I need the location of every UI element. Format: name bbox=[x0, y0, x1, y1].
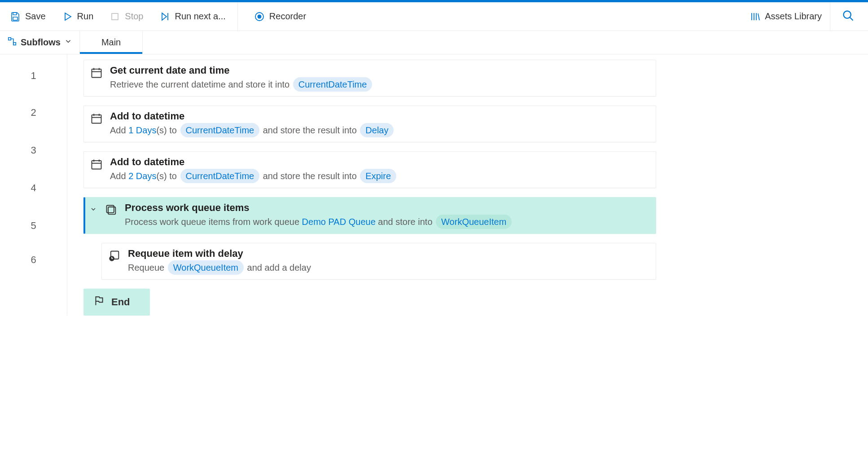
run-button[interactable]: Run bbox=[54, 2, 102, 31]
variable-pill[interactable]: Expire bbox=[360, 169, 396, 183]
step-desc-text: (s) to bbox=[156, 125, 179, 135]
step-desc-text: (s) to bbox=[156, 171, 179, 181]
svg-rect-0 bbox=[13, 13, 17, 15]
play-icon bbox=[62, 11, 73, 22]
recorder-button[interactable]: Recorder bbox=[246, 2, 314, 31]
line-number: 4 bbox=[0, 169, 67, 207]
inline-value: 1 Days bbox=[128, 125, 156, 135]
toolbar-search-region bbox=[830, 2, 866, 31]
variable-pill[interactable]: WorkQueueItem bbox=[436, 215, 512, 229]
tab-main[interactable]: Main bbox=[80, 31, 143, 54]
flow-step-end[interactable]: End bbox=[83, 289, 150, 316]
record-icon bbox=[254, 11, 265, 22]
step-body: Requeue item with delay Requeue WorkQueu… bbox=[128, 248, 649, 275]
subflows-dropdown[interactable]: Subflows bbox=[0, 31, 80, 54]
step-body: Process work queue items Process work qu… bbox=[125, 202, 649, 229]
svg-line-11 bbox=[850, 18, 853, 21]
step-desc-text: Add bbox=[110, 125, 128, 135]
svg-line-9 bbox=[758, 13, 759, 20]
toolbar: Save Run Stop Run next a... Recorder bbox=[0, 2, 868, 31]
stop-icon bbox=[110, 11, 120, 22]
stop-label: Stop bbox=[125, 11, 143, 22]
flow-step[interactable]: Add to datetime Add 1 Days(s) to Current… bbox=[83, 105, 656, 142]
assets-library-button[interactable]: Assets Library bbox=[741, 2, 830, 31]
queue-icon bbox=[105, 202, 118, 218]
flow-step-nested[interactable]: Requeue item with delay Requeue WorkQueu… bbox=[101, 243, 656, 280]
step-over-icon bbox=[159, 11, 170, 22]
step-desc-text: Add bbox=[110, 171, 128, 181]
svg-rect-2 bbox=[112, 13, 118, 20]
svg-rect-25 bbox=[92, 161, 101, 169]
svg-rect-1 bbox=[13, 17, 18, 20]
inline-value: 2 Days bbox=[128, 171, 156, 181]
subflow-bar: Subflows Main bbox=[0, 31, 868, 54]
variable-pill[interactable]: CurrentDateTime bbox=[180, 123, 260, 137]
step-desc-text: Retrieve the current datetime and store … bbox=[110, 79, 292, 89]
subflows-label: Subflows bbox=[21, 37, 61, 48]
save-icon bbox=[10, 11, 21, 22]
step-desc-text: Process work queue items from work queue bbox=[125, 217, 302, 227]
step-description: Add 2 Days(s) to CurrentDateTime and sto… bbox=[110, 169, 649, 183]
step-desc-text: and store the result into bbox=[263, 171, 359, 181]
search-button[interactable] bbox=[836, 5, 861, 28]
step-description: Requeue WorkQueueItem and add a delay bbox=[128, 260, 649, 275]
step-title: Requeue item with delay bbox=[128, 248, 649, 259]
line-number: 6 bbox=[0, 245, 67, 275]
step-title: Add to datetime bbox=[110, 156, 649, 168]
library-icon bbox=[750, 11, 760, 22]
svg-rect-12 bbox=[9, 38, 11, 40]
variable-pill[interactable]: CurrentDateTime bbox=[293, 77, 373, 92]
chevron-down-icon bbox=[64, 37, 72, 48]
step-title: Get current date and time bbox=[110, 65, 649, 76]
steps-column: Get current date and time Retrieve the c… bbox=[67, 54, 669, 316]
run-next-label: Run next a... bbox=[175, 11, 225, 22]
requeue-icon bbox=[108, 248, 121, 264]
step-desc-text: and store into bbox=[376, 217, 435, 227]
toolbar-right-group: Assets Library bbox=[741, 2, 866, 31]
save-label: Save bbox=[25, 11, 46, 22]
line-number: 3 bbox=[0, 132, 67, 169]
flow-area: 1 2 3 4 5 6 Get current date and time Re… bbox=[0, 54, 868, 316]
run-next-button[interactable]: Run next a... bbox=[151, 2, 233, 31]
search-icon bbox=[842, 16, 855, 23]
step-description: Process work queue items from work queue… bbox=[125, 215, 649, 229]
calendar-icon bbox=[90, 156, 103, 172]
subflows-icon bbox=[7, 36, 17, 48]
svg-rect-13 bbox=[13, 43, 16, 45]
collapse-toggle[interactable] bbox=[90, 202, 98, 213]
step-desc-text: and store the result into bbox=[263, 125, 359, 135]
svg-rect-29 bbox=[108, 207, 115, 214]
variable-pill[interactable]: Delay bbox=[360, 123, 394, 137]
flow-step[interactable]: Add to datetime Add 2 Days(s) to Current… bbox=[83, 151, 656, 188]
variable-pill[interactable]: CurrentDateTime bbox=[180, 169, 260, 183]
recorder-label: Recorder bbox=[269, 11, 306, 22]
flow-step-selected[interactable]: Process work queue items Process work qu… bbox=[83, 197, 656, 234]
step-description: Retrieve the current datetime and store … bbox=[110, 77, 649, 92]
line-number: 2 bbox=[0, 94, 67, 132]
tab-main-label: Main bbox=[101, 37, 121, 48]
line-number: 1 bbox=[0, 58, 67, 94]
line-number: 5 bbox=[0, 207, 67, 245]
stop-button: Stop bbox=[101, 2, 151, 31]
run-label: Run bbox=[77, 11, 94, 22]
variable-pill[interactable]: WorkQueueItem bbox=[168, 260, 244, 275]
flag-icon bbox=[93, 295, 105, 309]
step-desc-text: and add a delay bbox=[247, 263, 311, 272]
step-description: Add 1 Days(s) to CurrentDateTime and sto… bbox=[110, 123, 649, 137]
svg-point-10 bbox=[844, 11, 851, 18]
step-body: Add to datetime Add 2 Days(s) to Current… bbox=[110, 156, 649, 183]
flow-step[interactable]: Get current date and time Retrieve the c… bbox=[83, 60, 656, 97]
end-label: End bbox=[111, 296, 130, 308]
save-button[interactable]: Save bbox=[2, 2, 54, 31]
step-body: Get current date and time Retrieve the c… bbox=[110, 65, 649, 92]
svg-point-5 bbox=[257, 14, 261, 18]
toolbar-main-actions: Save Run Stop Run next a... bbox=[2, 2, 238, 31]
step-title: Process work queue items bbox=[125, 202, 649, 214]
inline-value: Demo PAD Queue bbox=[302, 217, 376, 227]
step-desc-text: Requeue bbox=[128, 263, 167, 272]
line-number-gutter: 1 2 3 4 5 6 bbox=[0, 54, 67, 316]
calendar-icon bbox=[90, 65, 103, 80]
svg-rect-14 bbox=[92, 69, 101, 78]
toolbar-recorder-group: Recorder bbox=[238, 2, 314, 31]
calendar-icon bbox=[90, 110, 103, 126]
